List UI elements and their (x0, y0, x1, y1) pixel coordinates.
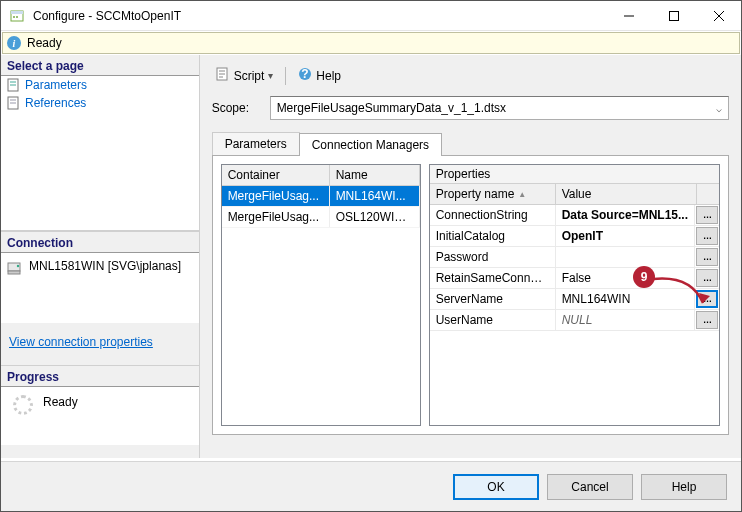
svg-rect-1 (11, 11, 23, 14)
ellipsis-button[interactable]: … (696, 290, 718, 308)
scope-row: Scope: MergeFileUsageSummaryData_v_1_1.d… (212, 96, 729, 120)
script-button[interactable]: Script ▾ (212, 65, 278, 86)
view-connection-properties-link[interactable]: View connection properties (9, 335, 153, 349)
help-button[interactable]: ? Help (294, 65, 345, 86)
minimize-button[interactable] (606, 1, 651, 30)
status-bar: i Ready (2, 32, 740, 54)
tab-connection-managers[interactable]: Connection Managers (299, 133, 442, 156)
connection-section: Connection MNL1581WIN [SVG\jplanas] View… (1, 231, 199, 365)
ok-button[interactable]: OK (453, 474, 539, 500)
close-button[interactable] (696, 1, 741, 30)
prop-name: Password (430, 247, 556, 267)
svg-point-16 (17, 265, 19, 267)
col-header-name[interactable]: Name (330, 165, 420, 186)
ellipsis-button[interactable]: … (696, 248, 718, 266)
prop-row-initialcatalog[interactable]: InitialCatalog OpenIT … (430, 226, 719, 247)
svg-point-3 (16, 16, 18, 18)
prop-value (556, 247, 695, 267)
cell-container: MergeFileUsag... (222, 207, 330, 227)
cell-container: MergeFileUsag... (222, 186, 330, 206)
svg-rect-15 (8, 271, 20, 274)
app-icon (9, 8, 25, 24)
prop-name: RetainSameConnec... (430, 268, 556, 288)
properties-title: Properties (430, 165, 719, 183)
connection-list: MNL1581WIN [SVG\jplanas] (1, 253, 199, 323)
ellipsis-button[interactable]: … (696, 227, 718, 245)
prop-row-servername[interactable]: ServerName MNL164WIN … (430, 289, 719, 310)
prop-name: UserName (430, 310, 556, 330)
ellipsis-button[interactable]: … (696, 311, 718, 329)
prop-row-password[interactable]: Password … (430, 247, 719, 268)
chevron-down-icon: ▾ (268, 70, 273, 81)
cancel-button[interactable]: Cancel (547, 474, 633, 500)
col-header-action (697, 184, 719, 204)
svg-text:?: ? (302, 67, 309, 81)
prop-row-connectionstring[interactable]: ConnectionString Data Source=MNL15... … (430, 205, 719, 226)
tabs: Parameters Connection Managers (212, 132, 729, 155)
sort-asc-icon: ▲ (518, 190, 526, 199)
bottom-bar: OK Cancel Help (1, 461, 741, 511)
help-icon: ? (298, 67, 312, 84)
prop-value: False (556, 268, 695, 288)
prop-row-username[interactable]: UserName NULL … (430, 310, 719, 331)
toolbar: Script ▾ ? Help (212, 63, 729, 96)
ellipsis-button[interactable]: … (696, 269, 718, 287)
prop-value: OpenIT (556, 226, 695, 246)
col-header-property-name[interactable]: Property name ▲ (430, 184, 556, 204)
scope-label: Scope: (212, 101, 270, 115)
callout-badge: 9 (633, 266, 655, 288)
server-icon (7, 260, 23, 276)
cell-name: OSL120WIN.... (330, 207, 420, 227)
prop-name: InitialCatalog (430, 226, 556, 246)
chevron-down-icon: ⌵ (716, 103, 722, 114)
pages-header: Select a page (1, 55, 199, 76)
window-title: Configure - SCCMtoOpenIT (33, 9, 606, 23)
parameters-icon (7, 78, 21, 92)
ellipsis-button[interactable]: … (696, 206, 718, 224)
progress-section: Progress Ready (1, 365, 199, 445)
cell-name: MNL164WI... (330, 186, 420, 206)
scope-select[interactable]: MergeFileUsageSummaryData_v_1_1.dtsx ⌵ (270, 96, 729, 120)
tab-parameters[interactable]: Parameters (212, 132, 300, 155)
progress-spinner-icon (13, 395, 33, 415)
titlebar: Configure - SCCMtoOpenIT (1, 1, 741, 31)
connection-grid: Container Name MergeFileUsag... MNL164WI… (221, 164, 421, 426)
col-header-value[interactable]: Value (556, 184, 697, 204)
prop-value: NULL (556, 310, 695, 330)
progress-text: Ready (43, 395, 78, 409)
page-list: Parameters References (1, 76, 199, 231)
svg-point-2 (13, 16, 15, 18)
right-panel: Script ▾ ? Help Scope: MergeFileUsageSum… (200, 55, 741, 458)
script-label: Script (234, 69, 265, 83)
maximize-button[interactable] (651, 1, 696, 30)
toolbar-separator (285, 67, 286, 85)
properties-grid: Properties Property name ▲ Value Connect… (429, 164, 720, 426)
page-label: References (25, 96, 86, 110)
progress-header: Progress (1, 366, 199, 387)
help-button[interactable]: Help (641, 474, 727, 500)
col-header-container[interactable]: Container (222, 165, 330, 186)
scope-value: MergeFileUsageSummaryData_v_1_1.dtsx (277, 101, 506, 115)
conn-row[interactable]: MergeFileUsag... MNL164WI... (222, 186, 420, 207)
prop-value: Data Source=MNL15... (556, 205, 695, 225)
page-item-references[interactable]: References (1, 94, 199, 112)
page-item-parameters[interactable]: Parameters (1, 76, 199, 94)
info-icon: i (7, 36, 21, 50)
page-label: Parameters (25, 78, 87, 92)
prop-value: MNL164WIN (556, 289, 695, 309)
script-icon (216, 67, 230, 84)
prop-name: ConnectionString (430, 205, 556, 225)
connection-value: MNL1581WIN [SVG\jplanas] (29, 259, 181, 273)
conn-row[interactable]: MergeFileUsag... OSL120WIN.... (222, 207, 420, 228)
help-label: Help (316, 69, 341, 83)
left-panel: Select a page Parameters References Conn… (1, 55, 200, 458)
link-box: View connection properties (1, 323, 199, 365)
tab-content: Container Name MergeFileUsag... MNL164WI… (212, 155, 729, 435)
svg-rect-5 (669, 11, 678, 20)
prop-row-retainsameconnection[interactable]: RetainSameConnec... False … (430, 268, 719, 289)
references-icon (7, 96, 21, 110)
connection-header: Connection (1, 232, 199, 253)
prop-name: ServerName (430, 289, 556, 309)
status-text: Ready (27, 36, 62, 50)
